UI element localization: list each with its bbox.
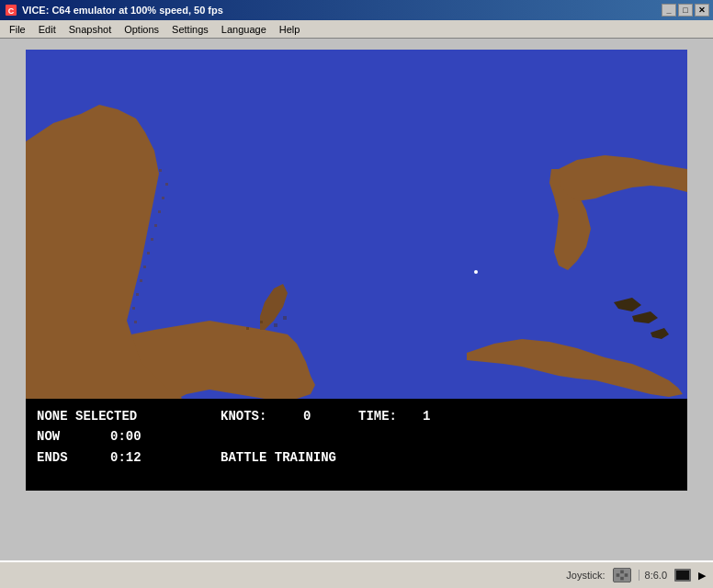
status-bar: NONE SELECTED KNOTS: 0 TIME: 1 NOW 0:00 …	[26, 399, 687, 491]
knots-label: KNOTS:	[221, 406, 303, 426]
version-label: 8:6.0	[639, 570, 667, 581]
status-line-2: NOW 0:00	[37, 426, 676, 447]
selected-unit: NONE SELECTED	[37, 406, 221, 426]
menu-snapshot[interactable]: Snapshot	[63, 22, 117, 37]
svg-rect-24	[134, 321, 137, 323]
knots-value: 0	[303, 406, 358, 426]
game-canvas: NONE SELECTED KNOTS: 0 TIME: 1 NOW 0:00 …	[26, 50, 687, 491]
svg-rect-27	[260, 321, 263, 323]
title-buttons: _ □ ✕	[662, 4, 709, 17]
ends-time: 0:12	[110, 447, 221, 468]
ends-label: ENDS	[37, 447, 110, 468]
time-label: TIME:	[358, 406, 423, 426]
menu-edit[interactable]: Edit	[33, 22, 62, 37]
now-label: NOW	[37, 426, 110, 447]
svg-rect-19	[147, 252, 150, 254]
window-title: VICE: C64 emulator at 100% speed, 50 fps	[22, 5, 223, 16]
time-value: 1	[423, 406, 430, 426]
maximize-button[interactable]: □	[678, 4, 693, 17]
svg-point-12	[474, 270, 478, 274]
status-line-3: ENDS 0:12 BATTLE TRAINING	[37, 447, 676, 468]
menu-settings[interactable]: Settings	[166, 22, 214, 37]
menu-bar: File Edit Snapshot Options Settings Lang…	[0, 20, 713, 39]
status-line-1: NONE SELECTED KNOTS: 0 TIME: 1	[37, 406, 676, 426]
svg-rect-22	[136, 293, 139, 296]
svg-rect-21	[140, 279, 142, 282]
svg-rect-16	[158, 210, 161, 213]
monitor-icon	[674, 569, 691, 582]
joystick-svg	[614, 568, 630, 582]
svg-rect-25	[274, 323, 277, 327]
svg-rect-33	[620, 577, 624, 581]
taskbar: Joystick: 8:6.0 ▶	[0, 560, 713, 588]
game-map	[26, 50, 687, 399]
svg-rect-30	[620, 571, 624, 574]
menu-file[interactable]: File	[4, 22, 31, 37]
scenario-name: BATTLE TRAINING	[221, 447, 336, 468]
now-time: 0:00	[110, 426, 141, 447]
arrow-right-button[interactable]: ▶	[698, 570, 706, 582]
minimize-button[interactable]: _	[662, 4, 676, 17]
svg-rect-32	[624, 573, 628, 577]
svg-rect-14	[165, 183, 168, 186]
svg-rect-17	[154, 224, 157, 227]
menu-language[interactable]: Language	[216, 22, 272, 37]
menu-help[interactable]: Help	[274, 22, 306, 37]
title-bar: C VICE: C64 emulator at 100% speed, 50 f…	[0, 0, 713, 20]
svg-text:C: C	[8, 6, 15, 16]
vice-icon: C	[4, 3, 18, 17]
menu-options[interactable]: Options	[119, 22, 164, 37]
title-bar-left: C VICE: C64 emulator at 100% speed, 50 f…	[4, 3, 223, 17]
svg-rect-13	[159, 169, 162, 172]
close-button[interactable]: ✕	[695, 4, 709, 17]
svg-rect-15	[162, 197, 164, 199]
svg-rect-26	[283, 316, 287, 320]
taskbar-right: Joystick: 8:6.0 ▶	[566, 568, 706, 582]
emulator-window: NONE SELECTED KNOTS: 0 TIME: 1 NOW 0:00 …	[26, 50, 687, 491]
joystick-icon	[613, 568, 631, 582]
svg-rect-20	[143, 266, 146, 268]
svg-rect-31	[616, 573, 619, 577]
svg-rect-28	[246, 327, 249, 330]
joystick-label: Joystick:	[566, 570, 605, 581]
svg-rect-18	[151, 238, 153, 241]
svg-rect-23	[132, 307, 135, 310]
